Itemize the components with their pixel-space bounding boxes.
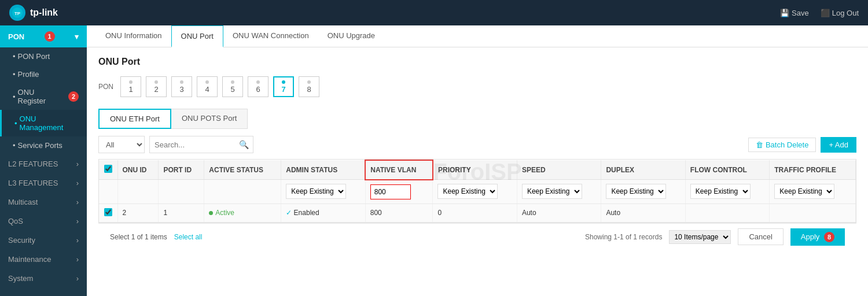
header-actions: 💾 Save ⬛ Log Out [780,9,859,17]
pon-port-6[interactable]: 6 [248,76,269,97]
edit-row-checkbox-cell [99,180,117,204]
admin-status-select[interactable]: Keep Existing Enabled Disabled [286,184,346,199]
row-admin-status: ✓ Enabled [281,204,365,222]
save-button[interactable]: 💾 Save [780,9,809,17]
pon-port-4[interactable]: 4 [197,76,218,97]
bullet-icon: • [14,119,17,128]
col-flow-control: FLOW CONTROL [685,160,769,180]
edit-row-speed: Keep Existing Auto 10M 100M [517,180,601,204]
pon-port-8[interactable]: 8 [299,76,319,97]
sidebar-group-security[interactable]: Security › [0,231,87,250]
col-port-id: PORT ID [159,160,204,180]
table-header: ONU ID PORT ID ACTIVE STATUS ADMIN STATU… [99,160,856,180]
sidebar-group-l2-features[interactable]: L2 FEATURES › [0,154,87,173]
pon-port-7[interactable]: 7 [273,76,294,97]
edit-row-priority: Keep Existing [433,180,517,204]
edit-row-admin-status: Keep Existing Enabled Disabled [281,180,365,204]
priority-select[interactable]: Keep Existing [437,184,498,199]
sub-tab-onu-eth-port[interactable]: ONU ETH Port [98,109,171,129]
batch-delete-button[interactable]: 🗑 Batch Delete [748,138,816,152]
save-icon: 💾 [780,9,789,17]
flow-control-select[interactable]: Keep Existing Enabled Disabled [690,184,751,199]
cancel-button[interactable]: Cancel [738,228,783,245]
main-content: ONU Information ONU Port ONU WAN Connect… [87,25,868,296]
svg-text:TP: TP [14,11,21,16]
sidebar-group-l3-features[interactable]: L3 FEATURES › [0,173,87,193]
layout: PON 1 ▾ • PON Port • Profile • ONU Regis… [0,25,868,296]
chevron-right-icon: › [76,198,79,206]
logout-icon: ⬛ [821,9,830,17]
sidebar-item-onu-management[interactable]: • ONU Management [0,110,87,136]
pon-port-2[interactable]: 2 [146,76,167,97]
col-active-status: ACTIVE STATUS [204,160,281,180]
status-dot-icon [209,211,213,215]
sidebar-item-pon[interactable]: PON 1 ▾ [0,25,87,47]
select-all-checkbox[interactable] [104,165,112,173]
search-input[interactable] [149,136,253,153]
tab-onu-information[interactable]: ONU Information [96,25,171,47]
sidebar-item-onu-register[interactable]: • ONU Register 2 [0,83,87,110]
header: TP tp-link 💾 Save ⬛ Log Out [0,0,868,25]
native-vlan-input[interactable] [370,184,411,199]
footer-left: Select 1 of 1 items Select all [110,233,202,241]
col-traffic-profile: TRAFFIC PROFILE [770,160,856,180]
tab-onu-port[interactable]: ONU Port [171,25,223,47]
edit-row-onu-id [117,180,159,204]
toolbar-left: All 🔍 [98,136,253,153]
data-table: ONU ID PORT ID ACTIVE STATUS ADMIN STATU… [98,159,856,223]
sidebar-group-maintenance[interactable]: Maintenance › [0,250,87,269]
sub-tab-onu-pots-port[interactable]: ONU POTS Port [171,109,248,129]
enabled-check-icon: ✓ [286,209,293,217]
row-traffic-profile [770,204,856,222]
select-info: Select 1 of 1 items [110,233,167,241]
content-area: ForoISP ONU Port PON 1 2 3 4 5 [87,47,868,296]
chevron-right-icon: › [76,160,79,168]
edit-row-flow-control: Keep Existing Enabled Disabled [685,180,769,204]
edit-row: Keep Existing Enabled Disabled Keep [99,180,856,204]
tab-onu-upgrade[interactable]: ONU Upgrade [318,25,384,47]
sidebar-item-profile[interactable]: • Profile [0,65,87,83]
filter-select[interactable]: All [98,136,145,153]
logout-button[interactable]: ⬛ Log Out [821,9,859,17]
row-native-vlan: 800 [365,204,433,222]
sidebar-item-pon-port[interactable]: • PON Port [0,47,87,65]
badge-1: 1 [45,31,55,42]
speed-select[interactable]: Keep Existing Auto 10M 100M [522,184,582,199]
pon-label: PON [98,83,113,91]
pon-port-5[interactable]: 5 [222,76,243,97]
table-row: 2 1 Active ✓ Enabled [99,204,856,222]
sidebar-group-multicast[interactable]: Multicast › [0,193,87,212]
edit-row-duplex: Keep Existing Auto Full Half [601,180,685,204]
main-tabs: ONU Information ONU Port ONU WAN Connect… [87,25,868,47]
pon-port-1[interactable]: 1 [120,76,141,97]
traffic-profile-select[interactable]: Keep Existing [774,184,834,199]
apply-button[interactable]: Apply 8 [790,228,845,246]
sidebar-item-service-ports[interactable]: • Service Ports [0,136,87,154]
row-active-status: Active [204,204,281,222]
col-native-vlan: NATIVE VLAN [365,160,433,180]
sub-tabs: ONU ETH Port ONU POTS Port [98,109,856,129]
select-all-link[interactable]: Select all [174,233,203,241]
row-onu-id: 2 [117,204,159,222]
per-page-select[interactable]: 10 Items/page 20 Items/page 50 Items/pag… [669,230,731,244]
row-duplex: Auto [601,204,685,222]
chevron-down-icon: ▾ [75,32,79,41]
col-duplex: DUPLEX [601,160,685,180]
status-badge: Active [209,209,276,217]
pon-port-3[interactable]: 3 [171,76,192,97]
bullet-icon: • [13,70,16,79]
row-checkbox[interactable] [104,208,112,216]
col-speed: SPEED [517,160,601,180]
edit-row-traffic-profile: Keep Existing [770,180,856,204]
add-button[interactable]: + Add [821,137,856,153]
duplex-select[interactable]: Keep Existing Auto Full Half [606,184,666,199]
tab-onu-wan-connection[interactable]: ONU WAN Connection [223,25,318,47]
sidebar-group-system[interactable]: System › [0,269,87,288]
bullet-icon: • [13,52,16,61]
edit-row-port-id [159,180,204,204]
row-priority: 0 [433,204,517,222]
sidebar-group-qos[interactable]: QoS › [0,212,87,231]
table-footer: Select 1 of 1 items Select all Showing 1… [98,223,856,246]
logo-text: tp-link [30,8,58,18]
pagination-info: Showing 1-1 of 1 records [585,233,662,241]
